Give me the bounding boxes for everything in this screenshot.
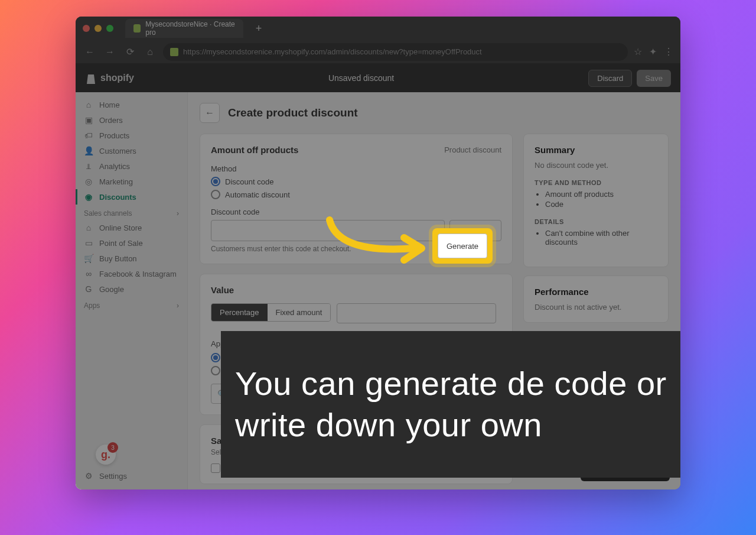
header-actions: Discard Save <box>588 70 671 87</box>
orders-icon: ▣ <box>84 115 93 125</box>
browser-tab[interactable]: MysecondstoreNice · Create pro <box>125 19 243 38</box>
method-radio-group: Discount code Automatic discount <box>211 177 501 199</box>
check-circle-icon: ◉ <box>84 192 93 202</box>
pos-icon: ▭ <box>84 238 93 248</box>
details-label: DETAILS <box>535 218 657 225</box>
generate-highlight: Generate <box>432 228 493 264</box>
radio-icon <box>211 353 220 362</box>
performance-title: Performance <box>535 287 657 297</box>
bookmark-icon[interactable]: ☆ <box>634 46 642 57</box>
user-icon: 👤 <box>84 146 93 155</box>
meta-icon: ∞ <box>84 269 93 278</box>
close-window-icon[interactable] <box>83 25 90 32</box>
card-title: Amount off products <box>211 145 298 155</box>
method-label: Method <box>211 164 501 173</box>
gear-icon: ⚙ <box>84 471 93 481</box>
tag-icon: 🏷 <box>84 131 93 140</box>
cart-icon: 🛒 <box>84 254 93 263</box>
shopify-logo[interactable]: shopify <box>85 72 134 84</box>
sidebar-item-customers[interactable]: 👤Customers <box>76 143 187 158</box>
segment-fixed[interactable]: Fixed amount <box>268 304 331 321</box>
value-amount-input[interactable] <box>337 303 496 323</box>
performance-text: Discount is not active yet. <box>535 303 657 312</box>
browser-url-bar: ← → ⟳ ⌂ https://mysecondstorenice.myshop… <box>76 40 680 64</box>
radio-icon <box>211 177 220 186</box>
sidebar-item-analytics[interactable]: ⫫Analytics <box>76 158 187 174</box>
segment-percentage[interactable]: Percentage <box>211 304 268 321</box>
sales-channels-section[interactable]: Sales channels› <box>76 205 187 220</box>
discount-code-label: Discount code <box>211 207 501 216</box>
radio-icon <box>211 190 220 199</box>
sidebar-item-google[interactable]: GGoogle <box>76 281 187 297</box>
reload-icon[interactable]: ⟳ <box>123 45 137 59</box>
type-method-label: TYPE AND METHOD <box>535 179 657 186</box>
sidebar-item-products[interactable]: 🏷Products <box>76 128 187 143</box>
performance-card: Performance Discount is not active yet. <box>523 275 669 323</box>
sidebar-item-marketing[interactable]: ◎Marketing <box>76 174 187 189</box>
minimize-window-icon[interactable] <box>94 25 102 32</box>
discard-button[interactable]: Discard <box>588 70 632 87</box>
sidebar-item-discounts[interactable]: ◉Discounts <box>76 189 187 205</box>
discount-code-input[interactable] <box>211 220 445 241</box>
browser-tabs-bar: MysecondstoreNice · Create pro + <box>76 17 680 40</box>
extensions-icon[interactable]: ✦ <box>649 46 657 57</box>
site-identity-icon <box>170 48 178 56</box>
discount-type-badge: Product discount <box>444 145 501 154</box>
url-input[interactable]: https://mysecondstorenice.myshopify.com/… <box>163 43 628 61</box>
sidebar-item-pos[interactable]: ▭Point of Sale <box>76 235 187 251</box>
summary-empty-text: No discount code yet. <box>535 161 657 170</box>
chevron-right-icon: › <box>177 209 179 218</box>
url-actions: ☆ ✦ ⋮ <box>634 46 673 57</box>
page-header: ← Create product discount <box>200 103 669 123</box>
menu-icon[interactable]: ⋮ <box>664 46 673 57</box>
generate-button-highlighted[interactable]: Generate <box>438 234 487 258</box>
browser-window: MysecondstoreNice · Create pro + ← → ⟳ ⌂… <box>76 17 680 489</box>
value-type-segment: Percentage Fixed amount <box>211 303 331 322</box>
new-tab-button[interactable]: + <box>250 20 267 37</box>
sidebar: ⌂Home ▣Orders 🏷Products 👤Customers ⫫Anal… <box>76 92 188 489</box>
back-button[interactable]: ← <box>200 103 220 123</box>
app-header: shopify Unsaved discount Discard Save <box>76 64 680 92</box>
target-icon: ◎ <box>84 177 93 186</box>
grammarly-count-badge: 3 <box>107 442 118 453</box>
home-icon: ⌂ <box>84 100 93 109</box>
summary-card: Summary No discount code yet. TYPE AND M… <box>523 134 669 267</box>
logo-text: shopify <box>100 73 134 83</box>
url-text: https://mysecondstorenice.myshopify.com/… <box>183 47 482 56</box>
radio-automatic[interactable]: Automatic discount <box>211 190 501 199</box>
shopify-bag-icon <box>85 72 97 84</box>
apps-section[interactable]: Apps› <box>76 297 187 312</box>
summary-title: Summary <box>535 145 657 155</box>
forward-nav-icon[interactable]: → <box>103 45 117 59</box>
type-method-list: Amount off products Code <box>535 190 657 209</box>
chart-icon: ⫫ <box>84 161 93 171</box>
instruction-overlay: You can generate de code or write down y… <box>221 331 680 478</box>
sidebar-item-online-store[interactable]: ⌂Online Store <box>76 220 187 235</box>
unsaved-status: Unsaved discount <box>328 73 394 83</box>
sidebar-item-buy-button[interactable]: 🛒Buy Button <box>76 251 187 266</box>
google-icon: G <box>84 284 93 294</box>
sidebar-item-settings[interactable]: ⚙Settings <box>76 468 187 484</box>
sidebar-item-facebook[interactable]: ∞Facebook & Instagram <box>76 266 187 281</box>
radio-discount-code[interactable]: Discount code <box>211 177 501 186</box>
home-nav-icon[interactable]: ⌂ <box>143 45 157 59</box>
grammarly-widget[interactable]: g. 3 <box>96 445 116 465</box>
instruction-text: You can generate de code or write down y… <box>235 363 672 446</box>
details-list: Can't combine with other discounts <box>535 229 657 247</box>
save-button[interactable]: Save <box>637 70 671 87</box>
traffic-lights <box>83 25 113 32</box>
checkbox-icon <box>211 463 220 473</box>
maximize-window-icon[interactable] <box>106 25 113 32</box>
sidebar-item-orders[interactable]: ▣Orders <box>76 112 187 128</box>
shopify-favicon-icon <box>133 24 141 33</box>
store-icon: ⌂ <box>84 223 93 232</box>
card-title: Value <box>211 285 501 295</box>
back-nav-icon[interactable]: ← <box>83 45 97 59</box>
sidebar-item-home[interactable]: ⌂Home <box>76 97 187 112</box>
page-title: Create product discount <box>228 106 358 119</box>
tab-title: MysecondstoreNice · Create pro <box>145 20 235 37</box>
radio-icon <box>211 366 220 375</box>
chevron-right-icon: › <box>177 301 179 310</box>
